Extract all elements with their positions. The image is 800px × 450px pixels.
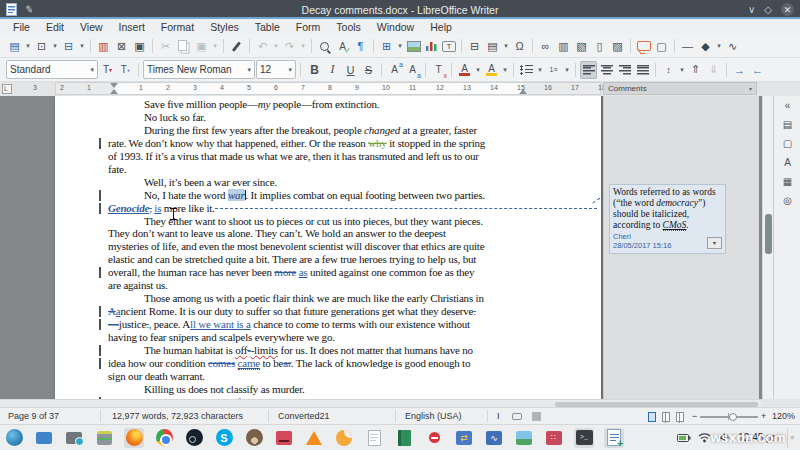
line-spacing-dropdown[interactable]: ▾ — [678, 61, 686, 79]
line-spacing-button[interactable]: ↕ — [660, 61, 677, 79]
export-pdf-button[interactable]: ▥ — [95, 37, 112, 55]
menu-form[interactable]: Form — [289, 20, 328, 34]
page-deck-icon[interactable]: ▢ — [778, 136, 797, 151]
document-line[interactable]: Well, it’s been a war ever since. — [144, 176, 277, 189]
taskbar-media-app[interactable] — [274, 428, 294, 448]
tab-stop-selector[interactable]: L — [2, 84, 12, 94]
zoom-in-button[interactable]: + — [761, 411, 766, 421]
selection-mode-icon[interactable] — [512, 413, 522, 420]
document-line[interactable]: are against us. — [108, 279, 168, 292]
insert-hyperlink-button[interactable]: ∞ — [537, 37, 554, 55]
spelling-button[interactable]: A — [334, 37, 351, 55]
italic-button[interactable]: I — [324, 61, 341, 79]
open-dropdown[interactable]: ▾ — [51, 37, 59, 55]
document-line[interactable]: elastic and can be stretched quite a bit… — [108, 253, 476, 266]
document-line[interactable]: During the first few years after the bre… — [144, 124, 477, 137]
document-line[interactable]: overall, the human race has never been m… — [108, 266, 474, 279]
insert-mode-status[interactable]: I — [497, 411, 500, 421]
document-line[interactable]: sign our death warrant. — [108, 370, 205, 383]
document-line[interactable]: mysteries of life, and even the most ben… — [108, 240, 484, 253]
document-line[interactable]: Those among us with a poetic flair think… — [144, 292, 484, 305]
special-character-button[interactable]: Ω — [511, 37, 528, 55]
paragraph-style-combobox[interactable]: Standard ▾ — [6, 60, 98, 79]
panel-edge-handle[interactable]: ≡ — [787, 428, 796, 448]
numbering-button[interactable]: 1≡ — [545, 61, 562, 79]
save-dropdown[interactable]: ▾ — [78, 37, 86, 55]
taskbar-skype[interactable]: S — [214, 428, 234, 448]
font-color-button[interactable]: A — [456, 61, 473, 79]
comments-column-header[interactable]: Comments ▾ — [603, 82, 757, 95]
taskbar-vlc[interactable] — [304, 428, 324, 448]
word-count-status[interactable]: 12,977 words, 72,923 characters — [112, 411, 243, 421]
highlight-color-dropdown[interactable]: ▾ — [501, 61, 509, 79]
subscript-button[interactable]: A — [404, 61, 421, 79]
undo-button[interactable]: ↶ — [254, 37, 271, 55]
menu-view[interactable]: View — [73, 20, 110, 34]
open-button[interactable]: ⊡ — [33, 37, 50, 55]
taskbar-firefox[interactable] — [124, 428, 144, 448]
taskbar-system-monitor[interactable]: ∿ — [484, 428, 504, 448]
taskbar-chrome[interactable] — [154, 428, 174, 448]
taskbar-orange-moon-app[interactable] — [334, 428, 354, 448]
menu-format[interactable]: Format — [154, 20, 201, 34]
insert-comment-button[interactable] — [635, 37, 652, 55]
document-page[interactable]: somehow find the cure.Save five million … — [55, 96, 601, 399]
bullets-dropdown[interactable]: ▾ — [536, 61, 544, 79]
document-line[interactable]: Aancient Rome. It is our duty to suffer … — [108, 305, 476, 318]
font-name-combobox[interactable]: Times New Roman ▾ — [143, 60, 255, 79]
paste-dropdown[interactable]: ▾ — [211, 37, 219, 55]
taskbar-terminal[interactable]: >_ — [574, 428, 594, 448]
justify-button[interactable] — [634, 61, 651, 79]
basic-shapes-button[interactable]: ◆ — [697, 37, 714, 55]
insert-table-dropdown[interactable]: ▾ — [396, 37, 404, 55]
print-button[interactable]: ⊠ — [113, 37, 130, 55]
new-style-button[interactable]: T+ — [117, 61, 134, 79]
paste-button[interactable]: ▣ — [193, 37, 210, 55]
strikethrough-button[interactable]: S — [360, 61, 377, 79]
taskbar-virtualization-app[interactable]: ⇄ — [454, 428, 474, 448]
insert-endnote-button[interactable]: ▧ — [573, 37, 590, 55]
comment-menu-button[interactable]: ▾ — [707, 237, 722, 249]
update-style-button[interactable]: T▾ — [99, 61, 116, 79]
superscript-button[interactable]: A — [386, 61, 403, 79]
battery-icon[interactable] — [677, 432, 691, 444]
new-document-dropdown[interactable]: ▾ — [24, 37, 32, 55]
gallery-deck-icon[interactable]: ▦ — [778, 174, 797, 189]
horizontal-scrollbar[interactable] — [0, 399, 762, 407]
document-line[interactable]: They don’t want to leave us alone. They … — [108, 227, 446, 240]
underline-button[interactable]: U — [342, 61, 359, 79]
print-preview-button[interactable]: ▣ — [131, 37, 148, 55]
document-line[interactable]: rate. We don’t know why that happened, e… — [108, 137, 485, 150]
increase-paragraph-spacing-button[interactable]: ⇑ — [687, 61, 704, 79]
clear-formatting-button[interactable]: T — [430, 61, 447, 79]
vertical-scrollbar-handle[interactable] — [765, 214, 772, 254]
left-indent-marker[interactable] — [110, 89, 118, 94]
taskbar-file-manager[interactable] — [94, 428, 114, 448]
document-line[interactable]: No luck so far. — [144, 111, 206, 124]
document-line[interactable]: Save five million people—my people—from … — [144, 98, 379, 111]
align-left-button[interactable] — [580, 61, 597, 79]
track-changes-button[interactable]: ▢ — [653, 37, 670, 55]
document-line[interactable]: —justice., peace. All we want is a chanc… — [108, 318, 470, 331]
decrease-paragraph-spacing-button[interactable]: ⇓ — [705, 61, 722, 79]
numbering-dropdown[interactable]: ▾ — [563, 61, 571, 79]
redo-dropdown[interactable]: ▾ — [299, 37, 307, 55]
taskbar-libreoffice-writer-task[interactable] — [604, 428, 624, 448]
document-line[interactable]: Killing us does not classify as murder. — [144, 383, 305, 396]
taskbar-text-document[interactable] — [364, 428, 384, 448]
document-line[interactable]: idea how our condition comes came to bea… — [108, 357, 470, 370]
vertical-scrollbar[interactable] — [762, 96, 773, 399]
menu-insert[interactable]: Insert — [112, 20, 152, 34]
navigator-deck-icon[interactable]: ◎ — [778, 193, 797, 208]
menu-help[interactable]: Help — [423, 20, 459, 34]
new-document-button[interactable]: ▤ — [6, 37, 23, 55]
taskbar-gimp[interactable] — [244, 428, 264, 448]
decrease-indent-button[interactable]: ← — [749, 61, 766, 79]
zoom-out-button[interactable]: − — [692, 411, 697, 421]
taskbar-mixer-app[interactable]: ∷ — [544, 428, 564, 448]
save-status-icon[interactable] — [532, 412, 541, 421]
zoom-level[interactable]: 120% — [772, 411, 795, 421]
insert-image-button[interactable] — [405, 37, 422, 55]
insert-field-button[interactable]: ▤ — [484, 37, 501, 55]
sidebar-settings-icon[interactable]: « — [778, 98, 797, 113]
